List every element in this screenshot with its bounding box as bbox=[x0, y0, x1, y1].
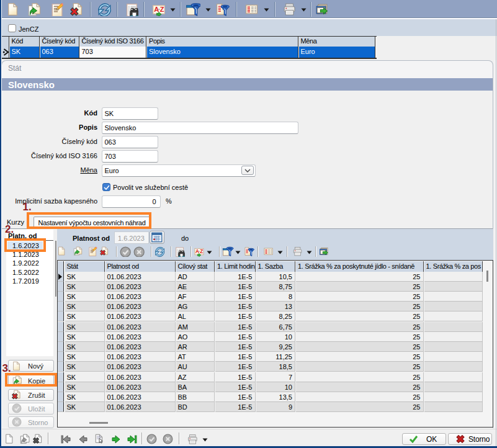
svg-text:A: A bbox=[195, 249, 199, 254]
svg-text:Z: Z bbox=[160, 6, 164, 13]
svg-text:Z: Z bbox=[200, 249, 203, 254]
svg-text:A: A bbox=[154, 6, 159, 13]
